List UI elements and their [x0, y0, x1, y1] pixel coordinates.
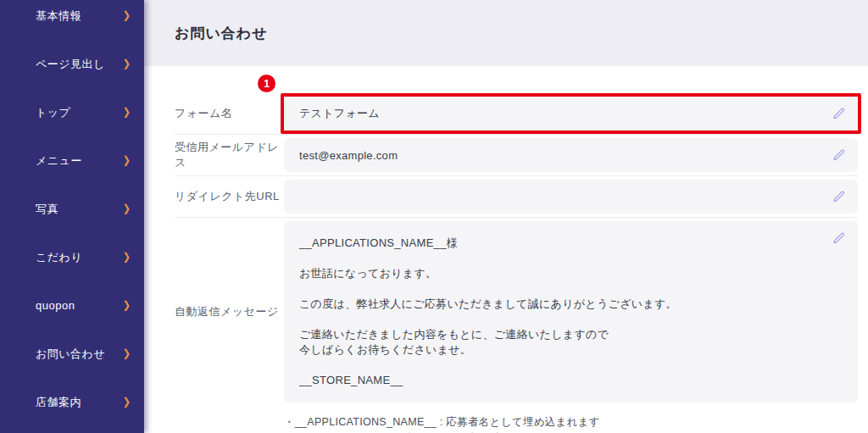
redirect-url-row: リダイレクト先URL: [175, 176, 858, 218]
chevron-right-icon: ❯: [123, 396, 131, 408]
contact-form: フォーム名 テストフォーム 1 受信用メールアドレス test: [144, 66, 868, 433]
auto-reply-label: 自動返信メッセージ: [175, 304, 284, 319]
chevron-right-icon: ❯: [123, 203, 131, 214]
email-row: 受信用メールアドレス test@example.com: [175, 135, 858, 176]
sidebar-item-label: 店舗案内: [36, 395, 81, 410]
chevron-right-icon: ❯: [123, 106, 131, 118]
sidebar-item-label: お問い合わせ: [36, 347, 105, 362]
edit-form-name-button[interactable]: [832, 106, 847, 121]
sidebar-nav: 基本情報 ❯ ページ見出し ❯ トップ ❯ メニュー ❯ 写真 ❯ こだわり ❯…: [0, 0, 144, 426]
chevron-right-icon: ❯: [123, 58, 131, 69]
sidebar-item-label: ページ見出し: [36, 57, 105, 72]
chevron-right-icon: ❯: [123, 9, 131, 21]
sidebar-item-page-heading[interactable]: ページ見出し ❯: [0, 40, 144, 88]
sidebar-item-label: メニュー: [36, 153, 82, 169]
sidebar-item-basic-info[interactable]: 基本情報 ❯: [0, 0, 144, 40]
redirect-url-label: リダイレクト先URL: [175, 189, 284, 204]
sidebar-item-photos[interactable]: 写真 ❯: [0, 185, 144, 233]
auto-reply-field[interactable]: __APPLICATIONS_NAME__様 お世話になっております。 この度は…: [284, 221, 858, 402]
note-applications-name: ・__APPLICATIONS_NAME__ : 応募者名として埋め込まれます: [284, 414, 858, 430]
sidebar-item-top[interactable]: トップ ❯: [0, 88, 144, 136]
form-name-label: フォーム名: [175, 106, 284, 121]
edit-email-button[interactable]: [832, 147, 847, 163]
chevron-right-icon: ❯: [123, 299, 131, 311]
chevron-right-icon: ❯: [123, 251, 131, 263]
edit-auto-reply-button[interactable]: [832, 230, 847, 246]
auto-reply-value: __APPLICATIONS_NAME__様 お世話になっております。 この度は…: [299, 236, 677, 388]
page-header: お問い合わせ: [144, 0, 868, 66]
email-value: test@example.com: [299, 149, 398, 162]
annotation-badge-1: 1: [258, 75, 275, 92]
sidebar-item-kodawari[interactable]: こだわり ❯: [0, 233, 144, 281]
email-field[interactable]: test@example.com: [284, 138, 858, 172]
pencil-icon: [832, 107, 846, 120]
sidebar-item-store-info[interactable]: 店舗案内 ❯: [0, 378, 144, 426]
form-name-row: フォーム名 テストフォーム 1: [175, 66, 858, 135]
sidebar-item-label: 基本情報: [36, 8, 81, 24]
main-content: お問い合わせ フォーム名 テストフォーム 1: [144, 0, 868, 433]
page-title: お問い合わせ: [175, 24, 268, 43]
sidebar-item-menu[interactable]: メニュー ❯: [0, 136, 144, 185]
email-label: 受信用メールアドレス: [175, 140, 284, 170]
sidebar-item-label: quopon: [36, 299, 75, 312]
redirect-url-field[interactable]: [284, 180, 858, 214]
auto-reply-row: 自動返信メッセージ __APPLICATIONS_NAME__様 お世話になって…: [175, 218, 858, 406]
form-name-value: テストフォーム: [299, 106, 380, 121]
sidebar-item-contact[interactable]: お問い合わせ ❯: [0, 330, 144, 378]
chevron-right-icon: ❯: [123, 347, 131, 359]
sidebar-item-label: トップ: [36, 105, 70, 120]
form-name-field[interactable]: テストフォーム 1: [284, 97, 858, 130]
placeholder-notes: ・__APPLICATIONS_NAME__ : 応募者名として埋め込まれます …: [284, 414, 858, 433]
pencil-icon: [832, 148, 846, 162]
sidebar-item-label: こだわり: [36, 250, 82, 265]
sidebar-item-quopon[interactable]: quopon ❯: [0, 281, 144, 330]
edit-redirect-url-button[interactable]: [832, 189, 847, 204]
sidebar-item-label: 写真: [36, 202, 58, 217]
chevron-right-icon: ❯: [123, 154, 131, 166]
pencil-icon: [832, 190, 846, 203]
sidebar: 基本情報 ❯ ページ見出し ❯ トップ ❯ メニュー ❯ 写真 ❯ こだわり ❯…: [0, 0, 144, 433]
pencil-icon: [832, 231, 846, 245]
